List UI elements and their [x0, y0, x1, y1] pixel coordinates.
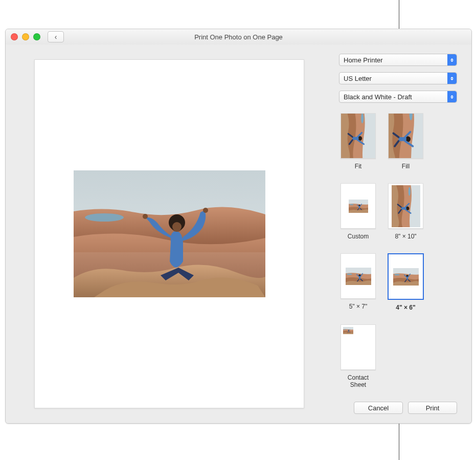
- stepper-icon: [447, 54, 457, 65]
- layout-option-4x6[interactable]: 4" × 6": [387, 253, 425, 311]
- close-icon[interactable]: [11, 33, 18, 40]
- layout-thumb-8x10[interactable]: [388, 183, 423, 229]
- window-title: Print One Photo on One Page: [6, 33, 471, 41]
- layout-option-fit[interactable]: Fit: [339, 113, 377, 170]
- svg-point-40: [347, 273, 352, 275]
- back-button[interactable]: ‹: [48, 31, 64, 42]
- print-button[interactable]: Print: [408, 402, 457, 414]
- stepper-icon: [447, 91, 457, 102]
- layout-option-5x7[interactable]: 5" × 7": [339, 253, 377, 311]
- layout-label: 5" × 7": [339, 302, 377, 310]
- preview-paper: [34, 59, 304, 408]
- paper-size-value: US Letter: [344, 75, 372, 82]
- svg-point-2: [143, 214, 148, 219]
- layout-option-custom[interactable]: Custom: [339, 183, 377, 240]
- cancel-button[interactable]: Cancel: [354, 402, 403, 414]
- svg-point-3: [203, 208, 208, 213]
- layout-thumb-custom[interactable]: [341, 183, 376, 229]
- layout-option-8x10[interactable]: 8" × 10": [387, 183, 425, 240]
- traffic-lights: [11, 33, 40, 40]
- layout-thumb-contact[interactable]: [341, 324, 376, 370]
- dialog-footer: Cancel Print: [339, 395, 457, 415]
- minimize-icon[interactable]: [22, 33, 29, 40]
- layout-thumb-fill[interactable]: [388, 113, 423, 159]
- layout-label: Fit: [339, 162, 377, 170]
- svg-point-6: [172, 222, 182, 231]
- layout-label: Custom: [339, 232, 377, 240]
- layout-thumb-fit[interactable]: [341, 113, 376, 159]
- printer-value: Home Printer: [344, 56, 383, 64]
- layout-label: Fill: [387, 162, 425, 170]
- quality-popup[interactable]: Black and White - Draft: [339, 91, 457, 103]
- layout-label: 4" × 6": [387, 303, 425, 311]
- print-options-sidebar: Home Printer US Letter Black and White -…: [333, 45, 471, 423]
- layout-option-fill[interactable]: Fill: [387, 113, 425, 170]
- printer-popup[interactable]: Home Printer: [339, 54, 457, 66]
- layout-options: FitFillCustom8" × 10"5" × 7"4" × 6"Conta…: [339, 113, 457, 388]
- paper-size-popup[interactable]: US Letter: [339, 72, 457, 84]
- chevron-left-icon: ‹: [55, 33, 57, 41]
- print-dialog-window: ‹ Print One Photo on One Page: [5, 29, 472, 424]
- layout-thumb-4x6[interactable]: [388, 253, 424, 300]
- stepper-icon: [447, 73, 457, 84]
- quality-value: Black and White - Draft: [344, 93, 412, 101]
- titlebar: ‹ Print One Photo on One Page: [6, 29, 471, 45]
- print-preview-area: [6, 45, 333, 423]
- layout-label: 8" × 10": [387, 232, 425, 240]
- layout-option-contact[interactable]: Contact Sheet: [339, 324, 377, 388]
- callout-line-top: [399, 0, 399, 29]
- svg-point-1: [85, 213, 124, 222]
- svg-point-24: [349, 204, 353, 205]
- zoom-icon[interactable]: [33, 33, 40, 40]
- layout-label: Contact Sheet: [339, 373, 377, 388]
- preview-photo: [74, 170, 265, 297]
- svg-point-56: [344, 330, 346, 330]
- layout-thumb-5x7[interactable]: [341, 253, 376, 299]
- svg-point-48: [394, 274, 399, 275]
